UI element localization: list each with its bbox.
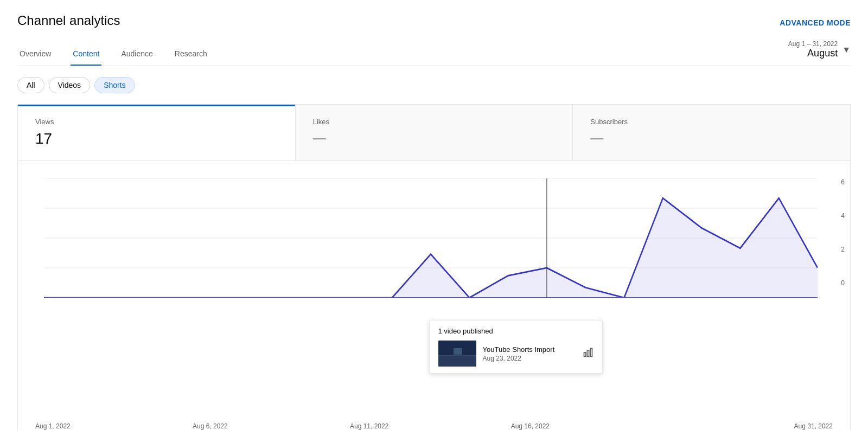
tabs-container: Overview Content Audience Research (17, 44, 209, 66)
header-row: Channel analytics ADVANCED MODE (17, 13, 851, 29)
metric-card-subscribers[interactable]: Subscribers — (573, 105, 850, 161)
views-label: Views (35, 118, 278, 126)
tab-content[interactable]: Content (71, 44, 101, 66)
pill-all[interactable]: All (17, 77, 44, 93)
y-label-4: 4 (841, 212, 845, 220)
subscribers-value: — (590, 130, 833, 145)
metric-card-likes[interactable]: Likes — (296, 105, 573, 161)
svg-rect-9 (584, 352, 585, 357)
chart-container: ⊘ ⊘ 6 4 2 0 1 video published (17, 161, 851, 430)
pill-shorts[interactable]: Shorts (94, 77, 135, 93)
likes-value: — (313, 130, 556, 145)
tab-overview[interactable]: Overview (17, 44, 53, 66)
tabs-row: Overview Content Audience Research Aug 1… (17, 40, 851, 66)
date-range-label: Aug 1 – 31, 2022 (788, 40, 838, 48)
pill-videos[interactable]: Videos (49, 77, 91, 93)
chart-x-labels: Aug 1, 2022 Aug 6, 2022 Aug 11, 2022 Aug… (35, 422, 833, 430)
chart-bar-icon[interactable] (583, 347, 593, 361)
svg-rect-8 (454, 348, 462, 355)
y-label-6: 6 (841, 178, 845, 186)
date-period: August (807, 48, 838, 59)
tab-audience[interactable]: Audience (119, 44, 155, 66)
popup-video-row: YouTube Shorts Import Aug 23, 2022 (438, 341, 593, 367)
views-value: 17 (35, 130, 278, 147)
metrics-row: Views 17 Likes — Subscribers — (17, 104, 851, 161)
date-selector[interactable]: Aug 1 – 31, 2022 August ▼ (788, 40, 851, 66)
page-title: Channel analytics (17, 13, 120, 28)
svg-rect-11 (590, 348, 592, 356)
metric-active-bar (18, 105, 295, 106)
x-label-aug16: Aug 16, 2022 (511, 422, 550, 430)
popup-video-title: YouTube Shorts Import (483, 345, 576, 354)
svg-rect-10 (587, 350, 589, 356)
subscribers-label: Subscribers (590, 118, 833, 126)
chart-svg: ⊘ ⊘ (44, 178, 818, 298)
chevron-down-icon: ▼ (842, 45, 851, 55)
y-label-0: 0 (841, 279, 845, 287)
shorts-icon-2: ⊘ (742, 297, 750, 298)
x-label-aug11: Aug 11, 2022 (350, 422, 388, 430)
filter-pills: All Videos Shorts (17, 77, 851, 93)
chart-area-fill (44, 198, 818, 298)
y-label-2: 2 (841, 246, 845, 253)
video-thumbnail (438, 341, 476, 367)
x-label-aug1: Aug 1, 2022 (35, 422, 71, 430)
metric-card-views[interactable]: Views 17 (18, 105, 296, 161)
shorts-icon-1: ⊘ (537, 297, 545, 298)
likes-label: Likes (313, 118, 556, 126)
video-popup: 1 video published (429, 320, 603, 374)
popup-video-date: Aug 23, 2022 (483, 355, 576, 362)
popup-title: 1 video published (438, 327, 593, 335)
tab-research[interactable]: Research (173, 44, 209, 66)
x-label-aug6: Aug 6, 2022 (193, 422, 228, 430)
svg-rect-6 (438, 356, 476, 367)
advanced-mode-button[interactable]: ADVANCED MODE (780, 16, 851, 29)
x-label-aug31: Aug 31, 2022 (794, 422, 833, 430)
